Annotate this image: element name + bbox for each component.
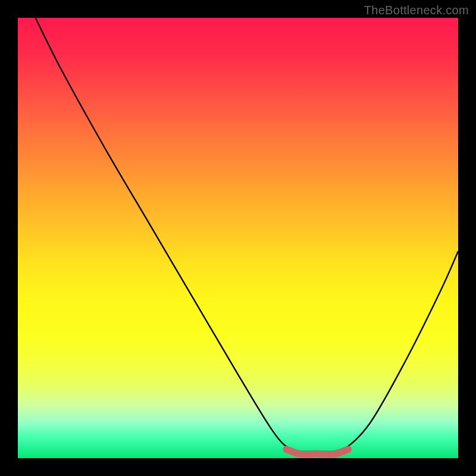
chart-svg: [18, 18, 458, 458]
attribution-text: TheBottleneck.com: [364, 4, 469, 17]
optimal-band-marker: [286, 449, 348, 454]
bottleneck-curve: [36, 18, 458, 455]
chart-container: TheBottleneck.com: [0, 0, 476, 476]
